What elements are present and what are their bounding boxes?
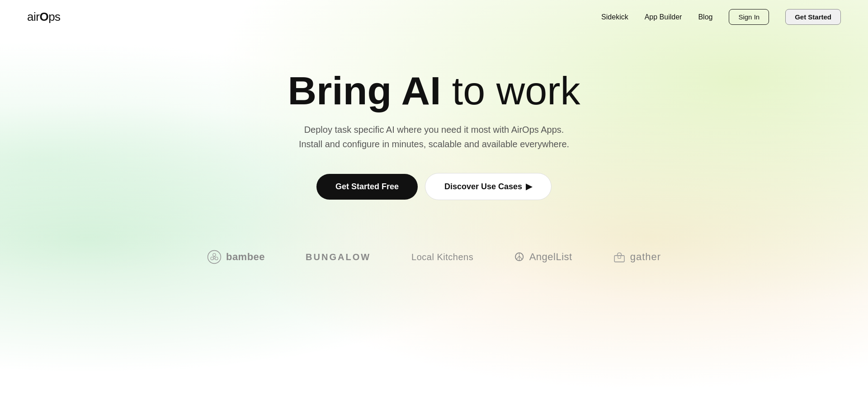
- discover-use-cases-label: Discover Use Cases: [444, 182, 522, 191]
- logos-section: bambee BUNGALOW Local Kitchens ☮ AngelLi…: [0, 236, 868, 278]
- svg-line-5: [214, 257, 215, 257]
- nav-sidekick[interactable]: Sidekick: [601, 13, 628, 21]
- svg-point-1: [213, 253, 216, 256]
- hero-subtitle-line1: Deploy task specific AI where you need i…: [304, 125, 564, 135]
- hero-buttons: Get Started Free Discover Use Cases ▶: [0, 173, 868, 200]
- svg-point-0: [208, 251, 221, 264]
- bambee-logo: bambee: [207, 250, 265, 264]
- logo-text: airOps: [27, 10, 61, 23]
- local-kitchens-logo: Local Kitchens: [411, 252, 473, 262]
- logo[interactable]: airOps: [27, 10, 61, 24]
- hero-title-light: to work: [441, 68, 580, 113]
- bambee-icon: [207, 250, 222, 264]
- angellist-label: AngelList: [529, 251, 572, 263]
- bungalow-label: BUNGALOW: [306, 252, 371, 262]
- navbar: airOps Sidekick App Builder Blog Sign In…: [0, 0, 868, 34]
- svg-point-3: [215, 257, 218, 260]
- angellist-logo: ☮ AngelList: [514, 250, 572, 264]
- svg-point-2: [211, 257, 213, 260]
- local-kitchens-label: Local Kitchens: [411, 252, 473, 262]
- gather-label: gather: [630, 251, 661, 263]
- gather-icon: [613, 251, 626, 263]
- hero-title-bold: Bring AI: [288, 68, 441, 113]
- svg-rect-7: [614, 256, 624, 262]
- nav-blog[interactable]: Blog: [698, 13, 712, 21]
- hero-subtitle: Deploy task specific AI where you need i…: [280, 122, 588, 151]
- bambee-label: bambee: [226, 251, 265, 263]
- nav-links: Sidekick App Builder Blog Sign In Get St…: [601, 9, 841, 25]
- gather-logo: gather: [613, 251, 661, 263]
- hero-subtitle-line2: Install and configure in minutes, scalab…: [299, 139, 569, 149]
- play-icon: ▶: [526, 182, 532, 191]
- discover-use-cases-button[interactable]: Discover Use Cases ▶: [425, 173, 552, 200]
- hero-title: Bring AI to work: [0, 70, 868, 112]
- bungalow-logo: BUNGALOW: [306, 252, 371, 262]
- nav-app-builder[interactable]: App Builder: [645, 13, 682, 21]
- signin-button[interactable]: Sign In: [729, 9, 769, 25]
- getstarted-nav-button[interactable]: Get Started: [785, 9, 841, 25]
- hero-section: Bring AI to work Deploy task specific AI…: [0, 34, 868, 200]
- svg-rect-8: [618, 256, 621, 258]
- peace-icon: ☮: [514, 250, 525, 264]
- get-started-free-button[interactable]: Get Started Free: [316, 174, 418, 200]
